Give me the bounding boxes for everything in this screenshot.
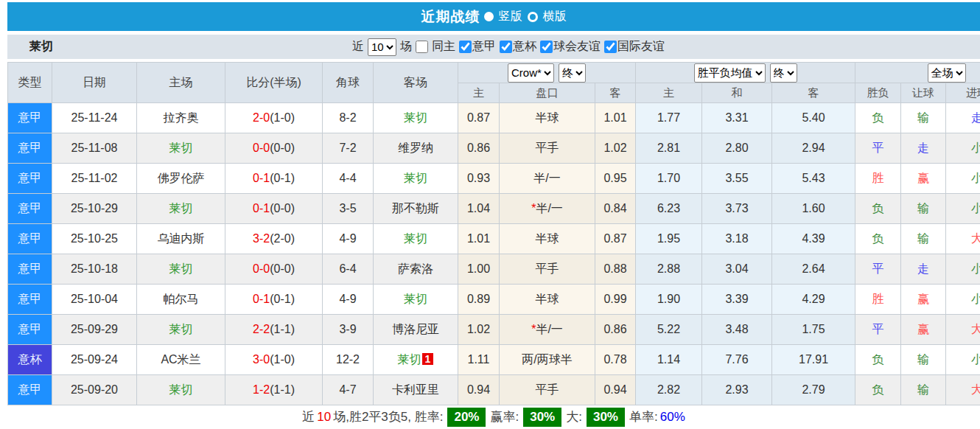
goals-result: 大 bbox=[946, 375, 980, 405]
intl-friendly-checkbox[interactable] bbox=[604, 41, 617, 53]
footer-count: 10 bbox=[317, 410, 331, 425]
fulltime-score: 0-1 bbox=[253, 293, 270, 305]
ah-home-odds: 1.04 bbox=[458, 194, 500, 224]
eu-draw-odds: 2.93 bbox=[702, 375, 772, 405]
ah-line: 两/两球半 bbox=[522, 353, 572, 366]
away-team: 维罗纳 bbox=[398, 142, 433, 154]
wdl-result: 负 bbox=[855, 103, 901, 133]
eu-home-odds: 2.88 bbox=[636, 254, 702, 285]
halftime-score: (1-0) bbox=[270, 111, 295, 124]
score-cell: 3-2(2-0) bbox=[225, 224, 323, 254]
table-row: 意甲 25-10-18 莱切 0-0(0-0) 6-4 萨索洛 1.00 平手 … bbox=[8, 254, 980, 285]
col-header-corner: 角球 bbox=[323, 63, 374, 103]
bookmaker-stage-select[interactable]: 终 bbox=[559, 63, 586, 83]
serie-a-label: 意甲 bbox=[472, 39, 496, 55]
eu-home-odds: 2.81 bbox=[636, 133, 702, 164]
horizontal-layout-label[interactable]: 横版 bbox=[543, 9, 567, 24]
eu-home-odds: 1.14 bbox=[636, 345, 702, 375]
col-header-ah-away: 客 bbox=[595, 83, 636, 103]
eu-draw-odds: 3.55 bbox=[702, 164, 772, 194]
scope-select[interactable]: 全场 bbox=[928, 63, 966, 83]
col-header-ah-line: 盘口 bbox=[500, 83, 595, 103]
corners-cell: 8-2 bbox=[323, 103, 374, 133]
fulltime-score: 0-0 bbox=[253, 142, 270, 154]
result-group-header: 全场 bbox=[855, 63, 980, 83]
ah-line: 半/一 bbox=[536, 323, 562, 335]
wdl-result: 负 bbox=[855, 345, 901, 375]
col-header-ah-home: 主 bbox=[458, 83, 500, 103]
ah-away-odds: 0.95 bbox=[595, 164, 636, 194]
league-cell: 意甲 bbox=[8, 164, 52, 194]
ah-home-odds: 1.11 bbox=[458, 345, 500, 375]
away-team-cell: 维罗纳 bbox=[374, 133, 458, 164]
wdl-result: 负 bbox=[855, 224, 901, 254]
goals-result: 小 bbox=[946, 345, 980, 375]
europe-stage-select[interactable]: 终 bbox=[770, 63, 797, 83]
score-cell: 0-1(0-1) bbox=[225, 164, 323, 194]
league-cell: 意杯 bbox=[8, 345, 52, 375]
col-header-goals: 进球 bbox=[946, 83, 980, 103]
near-label: 近 bbox=[352, 39, 364, 55]
ah-line-cell: 半球 bbox=[500, 224, 595, 254]
league-filter-coppa[interactable]: 意杯 bbox=[500, 39, 536, 55]
club-friendly-label: 球会友谊 bbox=[553, 39, 601, 55]
footer-prefix: 近 bbox=[302, 408, 315, 425]
home-team: 莱切 bbox=[137, 315, 225, 345]
same-home-checkbox[interactable] bbox=[416, 41, 428, 53]
fulltime-score: 3-2 bbox=[253, 232, 270, 245]
away-team: 莱切 bbox=[398, 353, 421, 366]
same-home-label: 同主 bbox=[432, 39, 455, 55]
away-team-cell: 博洛尼亚 bbox=[374, 315, 458, 345]
bookmaker-select[interactable]: Crow* bbox=[508, 63, 554, 83]
corners-cell: 4-9 bbox=[323, 285, 374, 315]
ah-home-odds: 1.00 bbox=[458, 254, 500, 285]
home-team: 乌迪内斯 bbox=[137, 224, 225, 254]
league-cell: 意甲 bbox=[8, 103, 52, 133]
col-header-away: 客场 bbox=[374, 63, 458, 103]
vertical-layout-radio-icon[interactable] bbox=[484, 12, 494, 21]
vertical-layout-label[interactable]: 竖版 bbox=[499, 9, 522, 24]
ah-line: 平手 bbox=[536, 383, 559, 396]
recent-results-widget: 近期战绩 竖版 横版 莱切 近 10 场 同主 意甲 意杯 球会友 bbox=[0, 0, 980, 428]
halftime-score: (0-0) bbox=[270, 202, 295, 214]
table-row: 意甲 25-10-04 帕尔马 0-1(0-1) 4-9 莱切 0.89 半球 … bbox=[8, 285, 980, 315]
table-row: 意甲 25-09-20 莱切 1-2(1-1) 4-7 卡利亚里 0.94 平手… bbox=[8, 375, 980, 405]
halftime-score: (0-1) bbox=[270, 172, 295, 184]
league-cell: 意甲 bbox=[8, 254, 52, 285]
handicap-rate-badge: 30% bbox=[523, 408, 561, 427]
score-cell: 2-0(1-0) bbox=[225, 103, 323, 133]
col-header-eu-away: 客 bbox=[772, 83, 855, 103]
fulltime-score: 1-2 bbox=[253, 383, 270, 396]
ah-away-odds: 1.02 bbox=[595, 133, 636, 164]
league-cell: 意甲 bbox=[8, 375, 52, 405]
eu-home-odds: 6.23 bbox=[636, 194, 702, 224]
corners-cell: 3-9 bbox=[323, 315, 374, 345]
coppa-checkbox[interactable] bbox=[500, 41, 512, 53]
eu-home-odds: 1.77 bbox=[636, 103, 702, 133]
home-team: 莱切 bbox=[137, 375, 225, 405]
fulltime-score: 2-0 bbox=[253, 111, 270, 124]
club-friendly-checkbox[interactable] bbox=[540, 41, 553, 53]
europe-odds-select[interactable]: 胜平负均值 bbox=[694, 63, 766, 83]
ah-away-odds: 0.87 bbox=[595, 224, 636, 254]
col-header-type: 类型 bbox=[8, 63, 52, 103]
score-cell: 0-1(0-0) bbox=[225, 194, 323, 224]
league-filter-serie-a[interactable]: 意甲 bbox=[459, 39, 496, 55]
horizontal-layout-radio-icon[interactable] bbox=[528, 12, 538, 22]
ah-line-cell: 半球 bbox=[500, 285, 595, 315]
goals-result: 小 bbox=[946, 254, 980, 285]
league-filter-club-friendly[interactable]: 球会友谊 bbox=[540, 39, 601, 55]
wdl-result: 平 bbox=[855, 254, 901, 285]
col-header-eu-home: 主 bbox=[636, 83, 702, 103]
away-team: 莱切 bbox=[404, 111, 427, 124]
handicap-result: 输 bbox=[901, 224, 946, 254]
league-cell: 意甲 bbox=[8, 194, 52, 224]
league-filter-intl-friendly[interactable]: 国际友谊 bbox=[604, 39, 665, 55]
halftime-score: (0-0) bbox=[270, 142, 295, 154]
serie-a-checkbox[interactable] bbox=[459, 41, 472, 53]
match-count-select[interactable]: 10 bbox=[368, 38, 396, 56]
league-cell: 意甲 bbox=[8, 285, 52, 315]
odd-rate-value: 60% bbox=[660, 410, 685, 425]
league-cell: 意甲 bbox=[8, 133, 52, 164]
col-header-score: 比分(半场) bbox=[225, 63, 323, 103]
